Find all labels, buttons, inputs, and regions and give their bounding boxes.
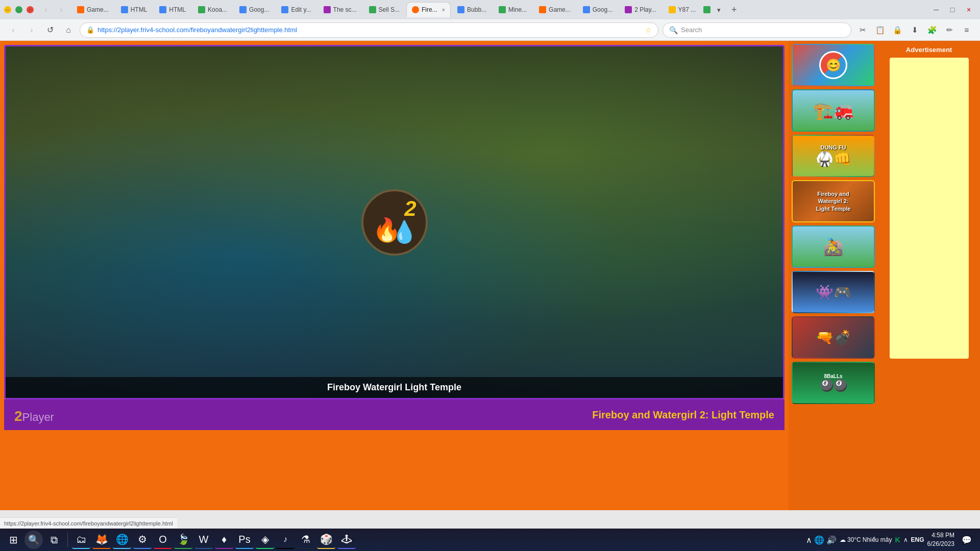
language-indicator[interactable]: ENG <box>911 536 924 543</box>
toolbar-icons: ✂ 📋 🔒 ⬇ 🧩 ✏ ≡ <box>855 23 974 37</box>
url-bar[interactable]: 🔒 https://2player.friv4-school.com/fireb… <box>80 22 658 38</box>
tab-favicon-html2 <box>159 6 166 13</box>
taskbar-weather[interactable]: ☁ 30°C Nhiều mây <box>840 536 892 543</box>
notification-button[interactable]: 💬 <box>958 531 976 549</box>
refresh-button[interactable]: ↺ <box>43 23 57 37</box>
tab-bubble[interactable]: Bubb... <box>452 2 492 17</box>
tab-google2[interactable]: Goog... <box>577 2 618 17</box>
kaspersky-icon[interactable]: K <box>895 536 900 544</box>
extension-icon[interactable]: 🧩 <box>925 23 939 37</box>
taskbar-ps-button[interactable]: Ps <box>235 531 254 549</box>
task-view-button[interactable]: ⧉ <box>45 531 63 549</box>
close-button[interactable]: × <box>27 6 34 13</box>
taskbar-word-button[interactable]: W <box>194 531 213 549</box>
tab-html1[interactable]: HTML <box>115 2 153 17</box>
pencil-icon[interactable]: ✏ <box>942 23 957 37</box>
lock-icon[interactable]: 🔒 <box>890 23 904 37</box>
save-icon[interactable]: ⬇ <box>908 23 922 37</box>
minimize-window-button[interactable]: ─ <box>929 3 943 17</box>
system-tray: ∧ 🌐 🔊 <box>806 535 837 545</box>
restore-window-button[interactable]: □ <box>945 3 960 17</box>
tab-favicon-kooar <box>198 6 205 13</box>
sidebar-game-3[interactable]: DUNG FU 🥋👊 <box>792 135 875 177</box>
search-bar[interactable]: 🔍 Search <box>663 22 851 38</box>
clock-date: 6/26/2023 <box>927 540 954 548</box>
menu-icon[interactable]: ≡ <box>960 23 974 37</box>
url-text: https://2player.friv4-school.com/fireboy… <box>97 26 642 34</box>
sidebar-game-5[interactable]: 🚵 <box>792 226 875 268</box>
sidebar-game-7-img: 🔫💣 <box>793 317 874 358</box>
sidebar-game-4-current[interactable]: Fireboy andWatergirl 2:Light Temple <box>792 180 875 222</box>
tab-favicon-mine <box>499 6 506 13</box>
taskbar-edge-button[interactable]: 🌐 <box>113 531 131 549</box>
game-logo-inner: 🔥 💧 2 <box>363 191 426 254</box>
maximize-button[interactable]: □ <box>15 6 22 13</box>
tab-sells[interactable]: Sell S... <box>363 2 405 17</box>
system-clock[interactable]: 4:58 PM 6/26/2023 <box>927 531 954 548</box>
volume-icon[interactable]: 🔊 <box>826 535 837 545</box>
taskbar-opera-button[interactable]: O <box>154 531 172 549</box>
tab-2play[interactable]: 2 Play... <box>619 2 662 17</box>
tab-gamefish[interactable]: Game... <box>71 2 114 17</box>
tab-label-edit: Edit y... <box>291 6 311 13</box>
start-button[interactable]: ⊞ <box>4 531 22 549</box>
game-frame[interactable]: 🔥 💧 2 Fireboy Watergirl Light Temple <box>4 45 785 399</box>
taskbar-purple-button[interactable]: ♦ <box>215 531 233 549</box>
tab-html2[interactable]: HTML <box>154 2 191 17</box>
taskbar-right: ∧ 🌐 🔊 ☁ 30°C Nhiều mây K ∧ ENG 4:58 PM 6… <box>806 531 976 549</box>
tab-label-html1: HTML <box>131 6 148 13</box>
tab-label-bubble: Bubb... <box>467 6 486 13</box>
expand-tray-icon[interactable]: ∧ <box>903 536 908 543</box>
tab-label-2play: 2 Play... <box>634 6 656 13</box>
tab-y87[interactable]: Y87 ... <box>663 2 702 17</box>
tab-favicon-fireboy <box>412 6 419 13</box>
taskbar-divider-1 <box>67 533 68 547</box>
browser-chrome: ─ □ × ‹ › Game... HTML HTML Kooa... Goo <box>0 0 980 41</box>
network-icon[interactable]: 🌐 <box>814 535 824 545</box>
taskbar-steam-button[interactable]: ⚗ <box>297 531 315 549</box>
tab-more-button[interactable]: ▾ <box>712 3 726 17</box>
minimize-button[interactable]: ─ <box>4 6 11 13</box>
tab-label-gamefish: Game... <box>87 6 109 13</box>
tab-close-fireboy[interactable]: × <box>442 7 445 13</box>
chevron-up-icon[interactable]: ∧ <box>806 535 812 545</box>
taskbar-chrome-button[interactable]: ⚙ <box>133 531 152 549</box>
back-button[interactable]: ‹ <box>6 23 20 37</box>
sidebar-game-6[interactable]: 👾🎮 <box>792 271 875 313</box>
new-tab-button[interactable]: + <box>727 3 741 17</box>
forward-button[interactable]: › <box>24 23 39 37</box>
tab-forward-button[interactable]: › <box>54 3 68 17</box>
bookmark-icon[interactable]: ☆ <box>645 26 652 34</box>
game-container: 🔥 💧 2 Fireboy Watergirl Light Temple 2Pl… <box>0 41 789 510</box>
clock-time: 4:58 PM <box>927 531 954 540</box>
tab-label-fireboy: Fire... <box>422 6 437 13</box>
tab-google1[interactable]: Goog... <box>234 2 275 17</box>
close-window-button[interactable]: × <box>962 3 976 17</box>
taskbar-game-button[interactable]: 🎲 <box>317 531 335 549</box>
sidebar-game-1[interactable]: 😊 <box>792 44 875 86</box>
tab-game2[interactable]: Game... <box>533 2 576 17</box>
sidebar-game-2[interactable]: 🏗️🚒 <box>792 89 875 132</box>
taskbar-tiktok-button[interactable]: ♪ <box>276 531 295 549</box>
taskbar-discord-button[interactable]: 🕹 <box>337 531 356 549</box>
taskbar-code-button[interactable]: ◈ <box>256 531 274 549</box>
tab-kooar[interactable]: Kooa... <box>192 2 233 17</box>
taskbar-explorer-button[interactable]: 🗂 <box>72 531 90 549</box>
tab-bar: ─ □ × ‹ › Game... HTML HTML Kooa... Goo <box>0 0 980 19</box>
home-button[interactable]: ⌂ <box>61 23 76 37</box>
tab-thesc[interactable]: The sc... <box>318 2 362 17</box>
screenshot-icon[interactable]: ✂ <box>855 23 870 37</box>
tab-mine[interactable]: Mine... <box>493 2 532 17</box>
sidebar-game-8[interactable]: 8BaLLs 🎱🎱 <box>792 362 875 404</box>
tab-edit[interactable]: Edit y... <box>276 2 316 17</box>
sidebar-game-7[interactable]: 🔫💣 <box>792 316 875 359</box>
game-footer: 2Player Fireboy and Watergirl 2: Light T… <box>4 399 785 430</box>
tab-label-game2: Game... <box>549 6 571 13</box>
taskbar-green-button[interactable]: 🍃 <box>174 531 192 549</box>
sidebar: 😊 🏗️🚒 DUNG FU 🥋👊 Fireboy andWatergirl 2:… <box>789 41 878 510</box>
taskbar-firefox-button[interactable]: 🦊 <box>92 531 111 549</box>
download-icon[interactable]: 📋 <box>873 23 887 37</box>
tab-back-button[interactable]: ‹ <box>39 3 53 17</box>
taskbar-search-button[interactable]: 🔍 <box>24 531 43 549</box>
tab-fireboy-active[interactable]: Fire... × <box>406 2 451 17</box>
